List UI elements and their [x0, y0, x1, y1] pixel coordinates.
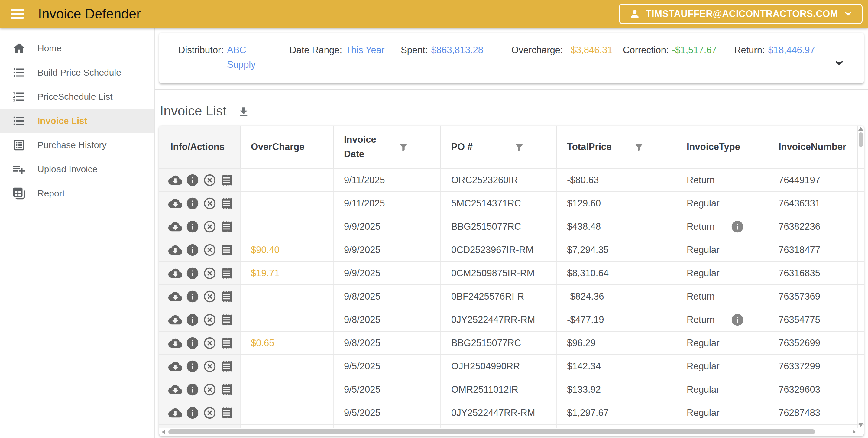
receipt-icon[interactable]: [220, 383, 233, 396]
cancel-icon[interactable]: [203, 313, 217, 327]
col-header-label: PO #: [451, 139, 473, 154]
summary-value[interactable]: This Year: [345, 43, 384, 57]
summary-value[interactable]: ABC Supply: [227, 43, 264, 72]
info-icon[interactable]: [186, 173, 199, 187]
table-row: 9/9/2025BBG2515077RC$438.48Return7638223…: [159, 215, 864, 238]
cell-info-actions: [159, 285, 241, 308]
receipt-icon[interactable]: [220, 406, 233, 419]
cell-invoice-number: 76287483: [768, 401, 858, 424]
cell-invoice-type: Return: [676, 169, 768, 191]
cell-po-number-value: ORC2523260IR: [451, 175, 518, 186]
cancel-icon[interactable]: [203, 243, 217, 257]
cell-invoice-type: Regular: [676, 378, 768, 401]
cell-invoice-number-value: 76449197: [779, 175, 820, 186]
chevron-down-icon[interactable]: [834, 57, 845, 69]
sidebar-item-upload-invoice[interactable]: Upload Invoice: [0, 157, 154, 181]
col-header-label: InvoiceType: [687, 139, 740, 154]
cell-invoice-type-value: Regular: [687, 361, 720, 372]
info-icon[interactable]: [186, 336, 199, 350]
scroll-up-arrow[interactable]: [858, 127, 863, 131]
cloud-download-icon[interactable]: [168, 406, 182, 420]
table-row: 9/8/20250JY2522447RR-RM-$477.19Return763…: [159, 308, 864, 331]
receipt-icon[interactable]: [220, 313, 233, 326]
cloud-download-icon[interactable]: [168, 383, 182, 397]
info-icon[interactable]: [186, 266, 199, 280]
info-badge-icon[interactable]: [731, 220, 744, 234]
cell-total-price: $8,310.64: [557, 262, 676, 284]
cell-invoice-type-value: Regular: [687, 198, 720, 209]
cancel-icon[interactable]: [203, 406, 217, 420]
cancel-icon[interactable]: [203, 173, 217, 187]
cancel-icon[interactable]: [203, 266, 217, 280]
info-icon[interactable]: [186, 359, 199, 373]
summary-label: Distributor:: [178, 43, 224, 57]
cancel-icon[interactable]: [203, 220, 217, 234]
menu-icon[interactable]: [9, 7, 25, 21]
cell-invoice-number: 76352699: [768, 332, 858, 354]
receipt-icon[interactable]: [220, 360, 233, 373]
info-icon[interactable]: [186, 220, 199, 234]
cell-invoice-date-value: 9/9/2025: [344, 268, 380, 279]
info-icon[interactable]: [186, 313, 199, 327]
cell-invoice-number: 76354775: [768, 308, 858, 331]
filter-funnel-icon[interactable]: [399, 142, 408, 152]
sidebar-item-label: PriceSchedule List: [37, 92, 113, 102]
cancel-icon[interactable]: [203, 359, 217, 373]
summary-value[interactable]: $18,446.97: [768, 43, 815, 57]
info-badge-icon[interactable]: [731, 313, 744, 327]
receipt-icon[interactable]: [220, 174, 233, 187]
cancel-icon[interactable]: [203, 383, 217, 397]
cell-invoice-number-value: 76318477: [779, 245, 820, 255]
cloud-download-icon[interactable]: [168, 243, 182, 257]
receipt-icon[interactable]: [220, 290, 233, 303]
summary-label: Correction:: [623, 43, 669, 57]
cell-po-number-value: 0JY2522447RR-RM: [451, 407, 535, 418]
cloud-download-icon[interactable]: [168, 289, 182, 304]
cancel-icon[interactable]: [203, 289, 217, 304]
info-icon[interactable]: [186, 289, 199, 304]
cell-invoice-date: 9/9/2025: [334, 239, 441, 261]
download-icon[interactable]: [237, 106, 250, 119]
info-icon[interactable]: [186, 383, 199, 397]
receipt-icon[interactable]: [220, 220, 233, 233]
sidebar-item-purchase-history[interactable]: Purchase History: [0, 133, 154, 157]
cloud-download-icon[interactable]: [168, 220, 182, 234]
user-menu-button[interactable]: TIMSTAUFFER@ACICONTRACTORS.COM: [619, 4, 863, 24]
cell-total-price-value: $129.60: [567, 198, 601, 209]
sidebar-item-label: Home: [37, 43, 62, 54]
cloud-download-icon[interactable]: [168, 173, 182, 187]
scroll-left-arrow[interactable]: [162, 430, 165, 434]
cloud-download-icon[interactable]: [168, 313, 182, 327]
sidebar-item-report[interactable]: Report: [0, 181, 154, 206]
report-icon: [12, 187, 26, 200]
receipt-icon[interactable]: [220, 337, 233, 350]
scroll-down-arrow[interactable]: [858, 423, 863, 427]
receipt-icon[interactable]: [220, 243, 233, 257]
sidebar-item-invoice-list[interactable]: Invoice List: [0, 109, 154, 133]
sidebar-item-home[interactable]: Home: [0, 36, 154, 60]
info-icon[interactable]: [186, 406, 199, 420]
filter-funnel-icon[interactable]: [515, 142, 524, 152]
receipt-icon[interactable]: [220, 197, 233, 210]
receipt-icon[interactable]: [220, 267, 233, 280]
sidebar-item-build-price-schedule[interactable]: Build Price Schedule: [0, 60, 154, 85]
cloud-download-icon[interactable]: [168, 359, 182, 373]
cancel-icon[interactable]: [203, 336, 217, 350]
filter-funnel-icon[interactable]: [634, 142, 644, 152]
summary-value[interactable]: $863,813.28: [431, 43, 483, 57]
vertical-scrollbar-thumb[interactable]: [859, 132, 863, 147]
vertical-scrollbar: [858, 127, 864, 427]
section-divider: [155, 90, 868, 90]
scroll-right-arrow[interactable]: [852, 430, 856, 434]
horizontal-scrollbar-thumb[interactable]: [168, 429, 815, 434]
cloud-download-icon[interactable]: [168, 266, 182, 280]
sidebar-item-priceschedule-list[interactable]: PriceSchedule List: [0, 85, 154, 109]
info-icon[interactable]: [186, 243, 199, 257]
cell-total-price: -$80.63: [557, 169, 676, 191]
cell-po-number: BBG2515077RC: [441, 332, 557, 354]
cloud-download-icon[interactable]: [168, 336, 182, 350]
cloud-download-icon[interactable]: [168, 196, 182, 210]
info-icon[interactable]: [186, 196, 199, 210]
cancel-icon[interactable]: [203, 196, 217, 210]
col-header-invoice-date: Invoice Date: [334, 126, 441, 168]
